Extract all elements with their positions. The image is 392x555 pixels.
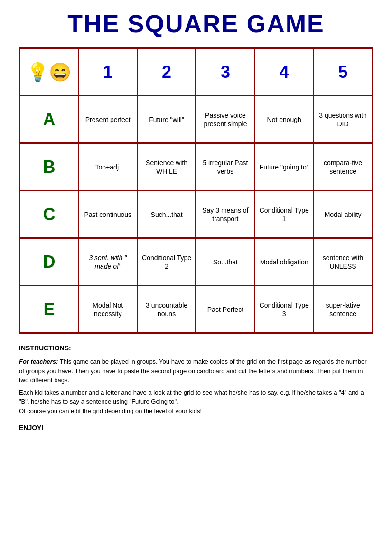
game-table: 💡😄 1 2 3 4 5 A Present perfect Future "w… xyxy=(19,47,373,334)
page-title: THE SQUARE GAME xyxy=(19,9,373,38)
instructions-title: INSTRUCTIONS: xyxy=(19,343,373,353)
cell-e3: Past Perfect xyxy=(196,286,255,333)
corner-cell: 💡😄 xyxy=(20,48,79,96)
row-c: C Past continuous Such...that Say 3 mean… xyxy=(20,191,373,238)
cell-d5: sentence with UNLESS xyxy=(314,238,373,286)
game-grid-container: 💡😄 1 2 3 4 5 A Present perfect Future "w… xyxy=(19,47,373,334)
cell-a4: Not enough xyxy=(255,96,314,143)
letter-a: A xyxy=(20,96,79,143)
cell-a2: Future "will" xyxy=(137,96,196,143)
cell-b4: Future "going to" xyxy=(255,143,314,191)
header-row: 💡😄 1 2 3 4 5 xyxy=(20,48,373,96)
cell-b1: Too+adj. xyxy=(78,143,137,191)
header-num-4: 4 xyxy=(255,48,314,96)
enjoy-label: ENJOY! xyxy=(19,423,373,433)
row-a: A Present perfect Future "will" Passive … xyxy=(20,96,373,143)
cell-c4: Conditional Type 1 xyxy=(255,191,314,238)
cell-d1: 3 sent. with " made of" xyxy=(78,238,137,286)
instructions-body: For teachers: This game can be played in… xyxy=(19,357,373,385)
cell-d2: Conditional Type 2 xyxy=(137,238,196,286)
cell-c5: Modal ability xyxy=(314,191,373,238)
letter-b: B xyxy=(20,143,79,191)
instructions-text-2: Each kid takes a number and a letter and… xyxy=(19,388,373,406)
instructions-section: INSTRUCTIONS: For teachers: This game ca… xyxy=(19,343,373,433)
cell-e1: Modal Not necessity xyxy=(78,286,137,333)
row-e: E Modal Not necessity 3 uncountable noun… xyxy=(20,286,373,333)
cell-e5: super-lative sentence xyxy=(314,286,373,333)
instructions-text-3: Of course you can edit the grid dependin… xyxy=(19,406,373,416)
cell-b5: compara-tive sentence xyxy=(314,143,373,191)
cell-e4: Conditional Type 3 xyxy=(255,286,314,333)
cell-b2: Sentence with WHILE xyxy=(137,143,196,191)
row-b: B Too+adj. Sentence with WHILE 5 irregul… xyxy=(20,143,373,191)
cell-c3: Say 3 means of transport xyxy=(196,191,255,238)
cell-c1: Past continuous xyxy=(78,191,137,238)
letter-e: E xyxy=(20,286,79,333)
cell-e2: 3 uncountable nouns xyxy=(137,286,196,333)
cell-c2: Such...that xyxy=(137,191,196,238)
cell-a5: 3 questions with DID xyxy=(314,96,373,143)
cell-d3: So...that xyxy=(196,238,255,286)
header-num-2: 2 xyxy=(137,48,196,96)
header-num-3: 3 xyxy=(196,48,255,96)
emoji-icon: 💡😄 xyxy=(22,63,76,81)
for-teachers-label: For teachers: xyxy=(19,358,58,365)
header-num-1: 1 xyxy=(78,48,137,96)
cell-b3: 5 irregular Past verbs xyxy=(196,143,255,191)
row-d: D 3 sent. with " made of" Conditional Ty… xyxy=(20,238,373,286)
instructions-text-1: This game can be played in groups. You h… xyxy=(19,358,367,384)
letter-d: D xyxy=(20,238,79,286)
cell-d4: Modal obligation xyxy=(255,238,314,286)
cell-a3: Passive voice present simple xyxy=(196,96,255,143)
cell-a1: Present perfect xyxy=(78,96,137,143)
header-num-5: 5 xyxy=(314,48,373,96)
letter-c: C xyxy=(20,191,79,238)
